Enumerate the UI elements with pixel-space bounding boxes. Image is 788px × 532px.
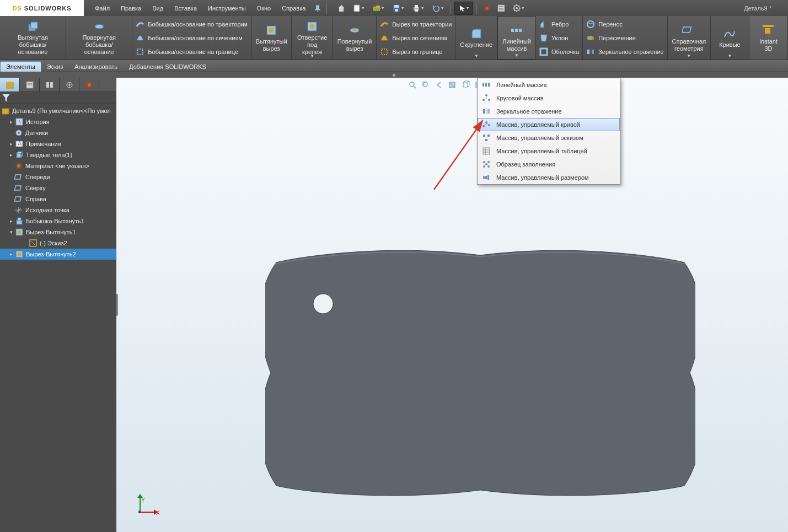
tree-filter[interactable] [0, 92, 116, 104]
svg-point-95 [488, 124, 490, 126]
zoom-area-icon[interactable] [420, 79, 432, 91]
tree-item-2[interactable]: ▸AПримечания [0, 138, 116, 149]
swept-boss-button[interactable]: Бобышка/основание по траектории [136, 19, 248, 30]
draft-button[interactable]: Уклон [539, 33, 579, 44]
swept-cut-button[interactable]: Вырез по траектории [380, 19, 452, 30]
panel-grip[interactable] [0, 72, 788, 78]
tab-features[interactable]: Элементы [0, 61, 41, 72]
menu-window[interactable]: Окно [251, 0, 277, 16]
property-manager-tab[interactable] [20, 78, 40, 92]
tree-item-6[interactable]: Сверху [0, 182, 116, 194]
select-icon[interactable]: ▼ [454, 2, 473, 15]
extruded-boss-button[interactable]: Вытянутая бобышка/основание [0, 16, 66, 60]
tree-item-0[interactable]: ▸История [0, 116, 116, 127]
svg-point-87 [483, 99, 485, 101]
lofted-cut-button[interactable]: Вырез по сечениям [380, 33, 452, 44]
save-icon[interactable]: ▼ [389, 2, 408, 15]
dropdown-item-5[interactable]: Массив, управляемый таблицей [478, 144, 620, 158]
svg-point-103 [483, 161, 485, 163]
config-manager-tab[interactable] [40, 78, 60, 92]
tab-evaluate[interactable]: Анализировать [68, 61, 124, 72]
svg-rect-0 [354, 5, 360, 12]
rebuild-icon[interactable] [480, 2, 494, 15]
tree-item-1[interactable]: Датчики [0, 127, 116, 138]
prev-view-icon[interactable] [433, 79, 445, 91]
svg-point-105 [483, 165, 485, 168]
tree-item-8[interactable]: Исходная точка [0, 205, 116, 216]
tab-sketch[interactable]: Эскиз [41, 61, 69, 72]
menu-file[interactable]: Файл [89, 0, 115, 16]
menu-view[interactable]: Вид [147, 0, 169, 16]
open-icon[interactable]: ▼ [369, 2, 388, 15]
instant3d-button[interactable]: Instant 3D [749, 16, 788, 60]
tree-item-3[interactable]: ▸Твердые тела(1) [0, 149, 116, 160]
tree-item-9[interactable]: ▸Бобышка-Вытянуть1 [0, 216, 116, 227]
home-icon[interactable] [335, 2, 348, 15]
feature-manager-tab[interactable] [0, 78, 20, 92]
tree-item-5[interactable]: Спереди [0, 171, 116, 182]
ref-geom-button[interactable]: Справочная геометрия ▼ [668, 16, 711, 60]
svg-rect-51 [2, 109, 9, 114]
dropdown-item-1[interactable]: Круговой массив [478, 92, 620, 105]
svg-rect-61 [14, 186, 21, 190]
dropdown-item-2[interactable]: Зеркальное отражение [478, 105, 620, 118]
tree-item-10[interactable]: ▾Вырез-Вытянуть1 [0, 227, 116, 238]
new-icon[interactable]: ▼ [349, 2, 368, 15]
wrap-button[interactable]: Перенос [586, 19, 664, 30]
dropdown-item-6[interactable]: Образец заполнения [478, 158, 620, 171]
rib-button[interactable]: Ребро [539, 19, 579, 30]
solidworks-logo: DSSOLIDWORKS [0, 0, 84, 16]
svg-point-94 [485, 121, 487, 123]
graphics-viewport[interactable]: Линейный массивКруговой массивЗеркальное… [116, 78, 788, 532]
boundary-boss-button[interactable]: Бобышка/основание на границе [136, 46, 248, 57]
lofted-boss-button[interactable]: Бобышка/основание по сечениям [136, 33, 248, 44]
intersect-button[interactable]: Пересечение [586, 33, 664, 44]
svg-point-88 [488, 99, 490, 101]
revolved-boss-button[interactable]: Повернутая бобышка/основание [66, 16, 132, 60]
menu-help[interactable]: Справка [276, 0, 311, 16]
menu-tools[interactable]: Инструменты [202, 0, 251, 16]
dropdown-item-4[interactable]: Массив, управляемый эскизом [478, 131, 620, 144]
revolved-cut-button[interactable]: Повернутый вырез [333, 16, 377, 60]
zoom-fit-icon[interactable] [406, 79, 419, 91]
tree-item-7[interactable]: Справа [0, 194, 116, 205]
shell-button[interactable]: Оболочка [539, 46, 579, 57]
svg-point-22 [310, 24, 314, 29]
tree-root[interactable]: Деталь9 (По умолчанию<<По умол [0, 105, 116, 116]
fillet-button[interactable]: Скругление ▼ [455, 16, 497, 60]
dropdown-item-3[interactable]: Массив, управляемый кривой [478, 118, 620, 131]
cut-advanced-group: Вырез по траектории Вырез по сечениям Вы… [377, 16, 455, 60]
part-model[interactable] [265, 249, 695, 497]
section-view-icon[interactable] [446, 79, 458, 91]
pin-icon[interactable] [311, 2, 324, 15]
linear-pattern-button[interactable]: Линейный массив ▼ [497, 16, 536, 60]
svg-rect-5 [415, 5, 418, 8]
options-icon[interactable] [495, 2, 508, 15]
tree-item-4[interactable]: Материал <не указан> [0, 160, 116, 171]
mirror-button[interactable]: Зеркальное отражение [586, 46, 664, 57]
curves-button[interactable]: Кривые ▼ [711, 16, 749, 60]
axis-triad: Y X [133, 496, 160, 524]
tree-item-11[interactable]: (-) Эскиз2 [0, 238, 116, 249]
svg-rect-92 [487, 109, 490, 114]
menu-edit[interactable]: Правка [115, 0, 147, 16]
dropdown-item-7[interactable]: Массив, управляемый размером [478, 171, 620, 184]
svg-rect-62 [14, 197, 21, 201]
view-orient-icon[interactable] [459, 79, 471, 91]
hole-wizard-button[interactable]: Отверстие под крепеж ▼ [292, 16, 333, 60]
print-icon[interactable]: ▼ [409, 2, 427, 15]
svg-rect-83 [483, 83, 484, 87]
settings-icon[interactable]: ▼ [509, 2, 528, 15]
dropdown-item-0[interactable]: Линейный массив [478, 78, 620, 92]
svg-rect-28 [519, 29, 522, 32]
undo-icon[interactable]: ▼ [428, 2, 447, 15]
svg-rect-44 [46, 82, 49, 88]
tab-addins[interactable]: Добавления SOLIDWORKS [123, 61, 212, 72]
splitter-handle[interactable] [116, 294, 118, 316]
dimxpert-tab[interactable] [60, 78, 79, 92]
menu-insert[interactable]: Вставка [169, 0, 202, 16]
boundary-cut-button[interactable]: Вырез по границе [380, 46, 452, 57]
display-manager-tab[interactable] [79, 78, 99, 92]
extruded-cut-button[interactable]: Вытянутый вырез [251, 16, 292, 60]
tree-item-12[interactable]: ▸Вырез-Вытянуть2 [0, 249, 116, 260]
